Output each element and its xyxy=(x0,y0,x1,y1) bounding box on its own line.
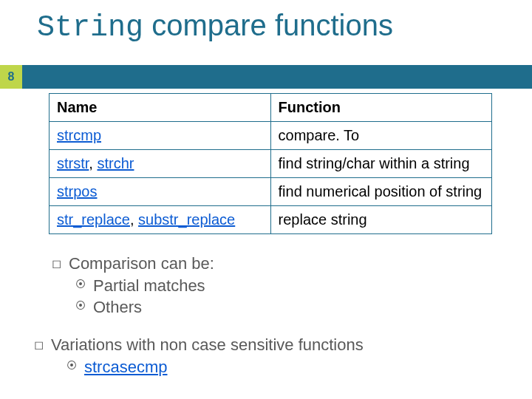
fn-link[interactable]: strstr xyxy=(57,155,89,171)
overlay-sub-text: Others xyxy=(93,296,142,318)
title-rest: compare functions xyxy=(143,9,393,41)
fn-link[interactable]: strchr xyxy=(97,155,134,171)
table-row: strcmp compare. To xyxy=(50,122,492,150)
square-bullet-icon: ◻ xyxy=(52,256,61,272)
title-monospace-word: String xyxy=(37,11,143,44)
cell-name: strcmp xyxy=(50,122,271,150)
table-row: str_replace, substr_replace replace stri… xyxy=(50,206,492,234)
overlay-main-line: ◻ Comparison can be: xyxy=(52,253,214,275)
fn-link[interactable]: strcasecmp xyxy=(84,356,167,378)
variations-main-text: Variations with non case sensitive funct… xyxy=(51,334,364,356)
table-row: strpos find numerical position of string xyxy=(50,178,492,206)
dot-bullet-icon: ⦿ xyxy=(75,299,86,313)
square-bullet-icon: ◻ xyxy=(34,337,44,353)
overlay-main-text: Comparison can be: xyxy=(69,253,214,275)
cell-function: find numerical position of string xyxy=(270,178,491,206)
cell-function: replace string xyxy=(270,206,491,234)
functions-table: Name Function strcmp compare. To strstr,… xyxy=(49,93,492,234)
slide-title: String compare functions xyxy=(37,9,393,44)
variations-main-line: ◻ Variations with non case sensitive fun… xyxy=(34,334,364,356)
cell-function: compare. To xyxy=(270,122,491,150)
header-band xyxy=(0,65,532,89)
table-row: strstr, strchr find string/char within a… xyxy=(50,150,492,178)
dot-bullet-icon: ⦿ xyxy=(75,277,86,291)
slide-number-tab: 8 xyxy=(0,65,22,89)
cell-name: strpos xyxy=(50,178,271,206)
fn-link[interactable]: strcmp xyxy=(57,127,101,143)
separator: , xyxy=(130,211,138,228)
col-header-name: Name xyxy=(50,94,271,122)
cell-name: strstr, strchr xyxy=(50,150,271,178)
fn-link[interactable]: str_replace xyxy=(57,211,130,228)
dot-bullet-icon: ⦿ xyxy=(66,358,77,372)
table-header-row: Name Function xyxy=(50,94,492,122)
separator: , xyxy=(89,155,97,171)
comparison-overlay: ◻ Comparison can be: ⦿ Partial matches ⦿… xyxy=(52,253,214,318)
overlay-sub-item: ⦿ Others xyxy=(75,296,214,318)
cell-name: str_replace, substr_replace xyxy=(50,206,271,234)
fn-link[interactable]: strpos xyxy=(57,183,97,200)
fn-link[interactable]: substr_replace xyxy=(138,211,235,228)
cell-function: find string/char within a string xyxy=(270,150,491,178)
slide-number: 8 xyxy=(8,70,15,83)
overlay-sub-text: Partial matches xyxy=(93,275,205,297)
overlay-sub-item: ⦿ Partial matches xyxy=(75,275,214,297)
variations-sub-item: ⦿ strcasecmp xyxy=(66,356,364,378)
variations-block: ◻ Variations with non case sensitive fun… xyxy=(34,334,364,378)
col-header-function: Function xyxy=(270,94,491,122)
